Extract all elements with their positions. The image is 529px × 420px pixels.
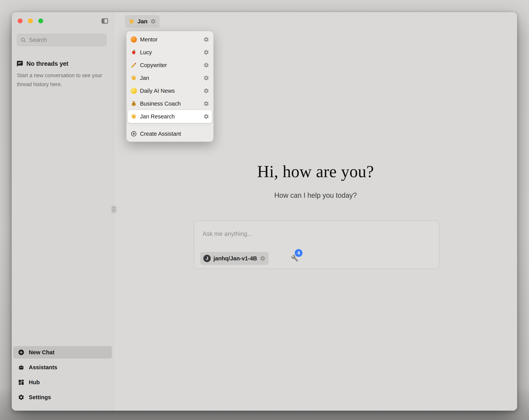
model-avatar: J <box>203 255 211 262</box>
assistant-dropdown-menu: Mentor Lucy Copywriter Jan Daily AI News <box>126 31 213 142</box>
assistant-item-daily-ai-news[interactable]: Daily AI News <box>128 84 212 97</box>
search-icon <box>20 37 26 43</box>
desktop-background: { "window": { "traffic_lights": [ { "nam… <box>0 0 529 420</box>
assistant-label: Copywriter <box>140 62 200 68</box>
empty-state-description: Start a new conversation to see your thr… <box>17 71 104 89</box>
wave-icon <box>129 18 135 25</box>
assistant-label: Mentor <box>140 36 200 43</box>
search-placeholder: Search <box>29 37 47 43</box>
assistant-item-jan[interactable]: Jan <box>128 72 212 84</box>
welcome-block: Hi, how are you? How can I help you toda… <box>114 162 517 200</box>
zoom-button[interactable] <box>38 18 43 23</box>
gear-icon[interactable] <box>260 256 265 261</box>
assistant-item-mentor[interactable]: Mentor <box>128 33 212 46</box>
minimize-button[interactable] <box>28 18 33 23</box>
empty-state-header: No threads yet <box>16 60 68 67</box>
assistant-item-copywriter[interactable]: Copywriter <box>128 59 212 72</box>
composer: Ask me anything... J janhq/Jan-v1-4B 4 <box>194 220 439 269</box>
wave-icon <box>131 113 137 120</box>
apple-icon <box>131 49 137 55</box>
assistant-label: Jan <box>140 75 200 81</box>
sidebar: Search No threads yet Start a new conver… <box>12 12 114 411</box>
sidebar-toggle-button[interactable] <box>101 17 108 25</box>
orange-circle-icon <box>131 36 137 42</box>
sidebar-toggle-icon <box>101 17 108 25</box>
sidebar-item-hub[interactable]: Hub <box>13 376 112 389</box>
sidebar-bottom-nav: New Chat Assistants Hub Settings <box>13 346 112 404</box>
create-assistant-button[interactable]: Create Assistant <box>128 128 212 140</box>
gear-icon[interactable] <box>203 88 209 94</box>
plus-circle-outline-icon <box>131 131 137 137</box>
sidebar-resize-handle[interactable] <box>111 205 117 213</box>
grid-icon <box>18 379 25 386</box>
menu-divider <box>130 125 210 125</box>
tools-count-badge: 4 <box>295 249 303 257</box>
chat-input[interactable]: Ask me anything... <box>203 230 252 237</box>
assistant-selector-button[interactable]: Jan <box>125 15 160 27</box>
nav-label: New Chat <box>29 349 54 356</box>
current-assistant-name: Jan <box>137 18 147 25</box>
search-input[interactable]: Search <box>17 34 106 46</box>
assistant-label: Business Coach <box>140 101 200 107</box>
close-button[interactable] <box>18 18 23 23</box>
gear-icon[interactable] <box>203 49 209 55</box>
wave-icon <box>131 75 137 81</box>
assistant-label: Lucy <box>140 49 200 56</box>
window-controls <box>18 18 43 23</box>
greeting-subtitle: How can I help you today? <box>114 191 517 200</box>
model-name: janhq/Jan-v1-4B <box>213 255 257 262</box>
sidebar-item-new-chat[interactable]: New Chat <box>13 346 112 359</box>
gear-icon <box>18 394 25 401</box>
gear-icon[interactable] <box>203 101 209 107</box>
gear-icon[interactable] <box>203 62 209 68</box>
assistant-item-jan-research[interactable]: Jan Research <box>128 110 212 123</box>
gear-icon[interactable] <box>203 75 209 81</box>
create-assistant-label: Create Assistant <box>140 131 181 137</box>
nav-label: Hub <box>29 379 40 386</box>
assistant-item-lucy[interactable]: Lucy <box>128 46 212 59</box>
chat-bubble-icon <box>16 60 23 67</box>
nav-label: Assistants <box>29 364 57 371</box>
main-area: Jan Mentor Lucy Copywriter Jan <box>114 12 517 411</box>
money-bag-icon <box>131 101 137 107</box>
assistant-item-business-coach[interactable]: Business Coach <box>128 97 212 110</box>
plus-circle-icon <box>18 349 25 356</box>
sidebar-item-settings[interactable]: Settings <box>13 391 112 404</box>
assistant-label: Daily AI News <box>140 88 200 94</box>
gear-icon[interactable] <box>203 114 209 119</box>
assistant-label: Jan Research <box>140 113 200 120</box>
gear-icon <box>150 18 156 24</box>
empty-state-title: No threads yet <box>26 60 68 67</box>
robot-icon <box>18 364 25 371</box>
model-selector[interactable]: J janhq/Jan-v1-4B <box>200 252 269 265</box>
pencil-icon <box>131 62 137 68</box>
nav-label: Settings <box>29 394 51 401</box>
yellow-circle-icon <box>131 88 137 94</box>
sidebar-item-assistants[interactable]: Assistants <box>13 361 112 374</box>
gear-icon[interactable] <box>203 37 209 42</box>
greeting-title: Hi, how are you? <box>114 162 517 181</box>
app-window: Search No threads yet Start a new conver… <box>12 12 517 411</box>
